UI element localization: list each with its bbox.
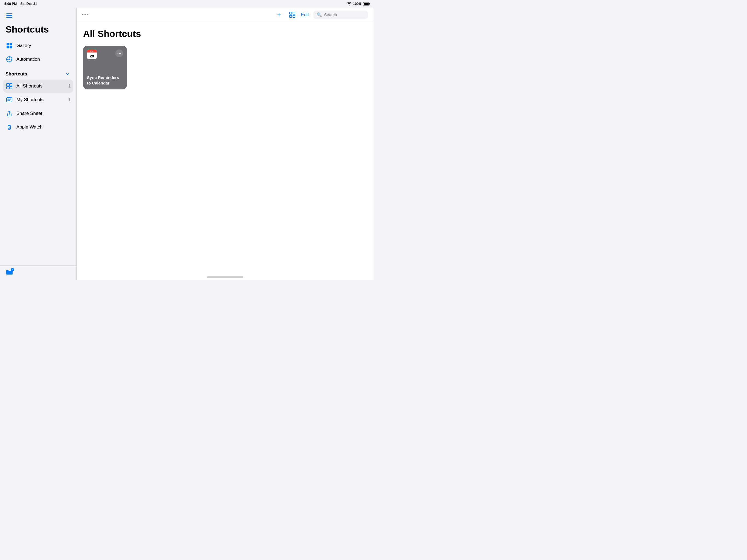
svg-rect-28 [289, 15, 292, 18]
status-time: 5:08 PM [4, 2, 17, 6]
shortcut-card-title: Sync Reminders to Calendar [87, 75, 123, 85]
shortcut-card-sync-reminders[interactable]: WED 28 [83, 46, 127, 90]
svg-rect-0 [6, 14, 12, 14]
shortcuts-section-chevron[interactable] [64, 71, 71, 77]
home-indicator [207, 276, 243, 278]
my-shortcuts-icon [5, 96, 13, 104]
main-toolbar: + Edit 🔍 [77, 8, 374, 22]
svg-point-25 [9, 127, 10, 128]
svg-rect-29 [293, 15, 295, 18]
search-bar[interactable]: 🔍 [313, 11, 368, 19]
dot-2 [84, 14, 86, 15]
main-area: All Shortcuts WED 28 [77, 22, 374, 276]
svg-rect-14 [9, 83, 12, 86]
edit-button[interactable]: Edit [301, 12, 309, 18]
svg-rect-16 [9, 86, 12, 89]
dot-3 [87, 14, 88, 15]
status-time-date: 5:08 PM Sat Dec 31 [4, 2, 37, 6]
svg-rect-2 [6, 17, 12, 18]
more-dot-3 [120, 53, 121, 54]
sidebar-footer: + [0, 265, 76, 280]
search-icon: 🔍 [317, 12, 322, 17]
svg-rect-6 [9, 46, 12, 48]
main-content: + Edit 🔍 All Shortcuts [77, 8, 374, 280]
my-shortcuts-label: My Shortcuts [17, 97, 65, 103]
toolbar-right: + Edit 🔍 [275, 10, 368, 19]
sidebar-item-share-sheet[interactable]: Share Sheet [3, 107, 73, 120]
apple-watch-icon [5, 123, 13, 131]
cal-header: WED [87, 50, 97, 52]
svg-rect-13 [6, 83, 9, 86]
cal-date: 28 [90, 54, 94, 58]
sidebar-toggle-button[interactable] [5, 12, 13, 20]
battery-percent: 100% [353, 2, 361, 6]
status-bar: 5:08 PM Sat Dec 31 100% [0, 0, 374, 8]
sidebar-item-all-shortcuts[interactable]: All Shortcuts 1 [3, 80, 73, 93]
all-shortcuts-icon [5, 82, 13, 90]
apple-watch-label: Apple Watch [17, 124, 71, 130]
svg-point-8 [8, 58, 10, 60]
app-container: Shortcuts Gallery [0, 8, 374, 280]
battery-icon [363, 2, 369, 5]
sidebar-content: Shortcuts Gallery [0, 22, 76, 265]
all-shortcuts-label: All Shortcuts [17, 83, 65, 89]
wifi-icon [347, 2, 351, 5]
folder-button[interactable]: + [5, 269, 13, 277]
my-shortcuts-count: 1 [68, 97, 71, 103]
shortcuts-section-title: Shortcuts [5, 71, 27, 77]
more-dot-1 [118, 53, 119, 54]
shortcuts-grid: WED 28 [83, 46, 367, 90]
calendar-app-icon: WED 28 [87, 50, 97, 59]
status-date: Sat Dec 31 [21, 2, 37, 6]
sidebar-item-gallery[interactable]: Gallery [3, 39, 73, 52]
gallery-label: Gallery [17, 43, 71, 48]
share-sheet-label: Share Sheet [17, 111, 71, 116]
add-button[interactable]: + [275, 10, 284, 19]
app-title: Shortcuts [3, 22, 73, 39]
svg-rect-5 [6, 46, 9, 48]
search-input[interactable] [324, 12, 374, 17]
sidebar: Shortcuts Gallery [0, 8, 77, 280]
svg-rect-26 [289, 12, 292, 14]
sidebar-item-automation[interactable]: Automation [3, 53, 73, 66]
card-top: WED 28 [87, 50, 123, 59]
cal-body: 28 [87, 52, 97, 59]
dot-1 [82, 14, 83, 15]
svg-rect-3 [6, 43, 9, 45]
svg-rect-1 [6, 15, 12, 16]
page-title: All Shortcuts [83, 28, 367, 39]
automation-label: Automation [17, 57, 71, 62]
sidebar-item-apple-watch[interactable]: Apple Watch [3, 121, 73, 134]
svg-rect-17 [6, 98, 12, 102]
svg-rect-4 [9, 43, 12, 45]
folder-badge: + [11, 268, 14, 272]
shortcuts-section-header: Shortcuts [3, 67, 73, 80]
automation-icon [5, 55, 13, 63]
svg-rect-27 [293, 12, 295, 14]
gallery-icon [5, 42, 13, 50]
card-more-button[interactable] [115, 50, 123, 57]
cal-month: WED [90, 50, 94, 52]
share-sheet-icon [5, 110, 13, 117]
svg-rect-15 [6, 86, 9, 89]
all-shortcuts-count: 1 [68, 83, 71, 89]
sidebar-item-my-shortcuts[interactable]: My Shortcuts 1 [3, 93, 73, 106]
status-indicators: 100% [347, 2, 369, 6]
more-dot-2 [119, 53, 120, 54]
more-dots [118, 53, 121, 54]
sidebar-header [0, 8, 76, 22]
grid-view-button[interactable] [288, 10, 297, 19]
toolbar-dots [82, 14, 88, 15]
